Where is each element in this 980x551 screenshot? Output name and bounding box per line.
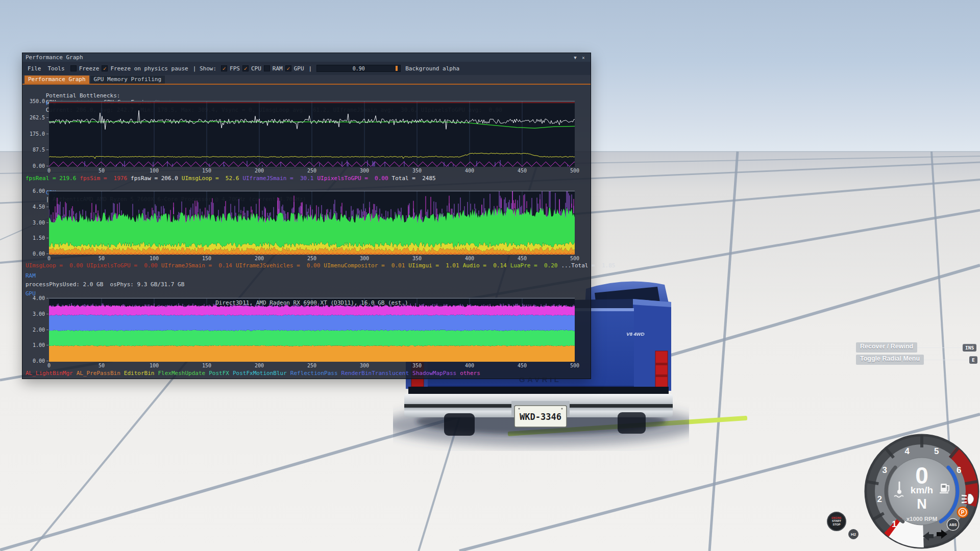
y-tick-label: 87.5: [22, 147, 45, 153]
cpu-chart: 6.004.503.001.500.0005010015020025030035…: [22, 191, 591, 262]
x-tick-label: 50: [95, 363, 108, 368]
cpu-legend: UImsgLoop = 0.00UIpixelsToGPU = 0.00UIfr…: [26, 262, 615, 269]
rpm-number: 1: [892, 519, 896, 529]
checkbox-freeze-on-physics-pause[interactable]: ✓: [102, 65, 108, 71]
legend-item: UIpixelsToGPU = 0.00: [317, 175, 388, 182]
y-tick-label: 262.5: [22, 115, 45, 120]
legend-item: PostFX: [209, 370, 229, 377]
x-tick-label: 400: [463, 256, 476, 261]
legend-item: EditorBin: [124, 370, 155, 377]
menu-file[interactable]: File: [27, 65, 42, 72]
checkbox-label: RAM: [273, 65, 283, 72]
ram-label: RAM: [26, 272, 36, 279]
window-titlebar[interactable]: Performance Graph ▼ ✕: [22, 53, 591, 62]
tachometer: 123456 0 km/h N x1000 RPM P ABS: [861, 431, 980, 551]
alpha-label: Background alpha: [405, 65, 459, 72]
speed-unit: km/h: [911, 485, 933, 495]
rpm-number: 3: [882, 465, 887, 475]
x-tick-label: 500: [568, 256, 581, 261]
legend-item: fpsRaw = 206.0: [131, 175, 178, 182]
x-tick-label: 400: [463, 363, 476, 368]
legend-item: UIframeJSmain = 30.1: [242, 175, 313, 182]
x-tick-label: 150: [200, 256, 213, 261]
x-tick-label: 100: [148, 363, 161, 368]
x-tick-label: 50: [95, 256, 108, 261]
legend-item: AL_PrePassBin: [77, 370, 120, 377]
rpm-number: 5: [934, 446, 939, 456]
gpu-legend: AL_LightBinMgrAL_PrePassBinEditorBinFlex…: [26, 370, 480, 377]
x-tick-label: 500: [568, 168, 581, 173]
freeze-checkgroup: Freeze✓Freeze on physics pause: [70, 65, 188, 72]
x-tick-label: 500: [568, 363, 581, 368]
close-icon[interactable]: ✕: [579, 55, 587, 60]
checkbox-label: Freeze on physics pause: [110, 65, 188, 72]
x-tick-label: 350: [410, 168, 424, 173]
x-tick-label: 150: [200, 363, 213, 368]
x-tick-label: 450: [516, 256, 529, 261]
legend-item: UImsgLoop = 52.6: [182, 175, 239, 182]
legend-item: UImsgLoop = 0.00: [26, 262, 83, 269]
gpu-chart: Direct3D11, AMD Radeon RX 6900 XT (D3D11…: [22, 298, 591, 369]
screen: GAVRIL V8 4WD WKD-3346 Performance Graph…: [0, 0, 980, 551]
x-tick-label: 50: [95, 168, 108, 173]
gear-indicator: N: [917, 496, 927, 512]
legend-item: PostFxMotionBlur: [233, 370, 287, 377]
fps-graph-plot: [49, 101, 575, 167]
checkbox-label: Freeze: [79, 65, 100, 72]
checkbox-ram[interactable]: [264, 65, 270, 71]
legend-item: RenderBinTranslucent: [341, 370, 409, 377]
x-tick-label: 250: [305, 256, 318, 261]
tab-bar: Performance Graph GPU Memory Profiling: [24, 76, 165, 84]
tab-performance-graph[interactable]: Performance Graph: [24, 76, 89, 84]
x-tick-label: 350: [410, 256, 424, 261]
rpm-number: 4: [905, 446, 910, 456]
collapse-icon[interactable]: ▼: [571, 55, 579, 60]
key-badge-e: E: [969, 356, 977, 364]
x-tick-label: 150: [200, 168, 213, 173]
y-tick-label: 0.00: [22, 163, 45, 169]
checkbox-cpu[interactable]: ✓: [242, 65, 249, 71]
tooltip-radial-menu: Toggle Radial Menu: [856, 355, 924, 365]
checkbox-freeze[interactable]: [70, 65, 77, 71]
checkbox-fps[interactable]: ✓: [221, 65, 227, 71]
tab-gpu-memory-profiling[interactable]: GPU Memory Profiling: [90, 76, 165, 84]
y-tick-label: 1.00: [22, 342, 45, 348]
legend-item: FlexMeshUpdate: [158, 370, 205, 377]
tab-underline: [22, 84, 591, 85]
tooltip-recover: Recover / Rewind: [856, 342, 917, 353]
checkbox-gpu[interactable]: ✓: [285, 65, 291, 71]
y-tick-label: 6.00: [22, 188, 45, 194]
x-tick-label: 450: [516, 363, 529, 368]
rpm-label: x1000 RPM: [906, 516, 938, 522]
h2-badge: H2: [848, 529, 859, 539]
y-tick-label: 4.50: [22, 204, 45, 210]
x-tick-label: 300: [358, 256, 371, 261]
show-checkgroup: ✓FPS✓CPURAM✓GPU: [221, 65, 304, 72]
tooltip-connector: [910, 347, 964, 348]
headlight-icon: [962, 494, 974, 504]
menu-tools[interactable]: Tools: [47, 65, 66, 72]
engine-button-line2: START: [832, 519, 841, 523]
x-tick-label: 0: [42, 168, 56, 173]
window-title: Performance Graph: [26, 54, 83, 61]
performance-graph-window[interactable]: Performance Graph ▼ ✕ File Tools Freeze✓…: [22, 53, 591, 379]
key-badge-ins: INS: [963, 344, 976, 352]
x-tick-label: 100: [148, 168, 161, 173]
gpu-graph-plot: [49, 298, 575, 362]
menu-separator: |: [309, 65, 312, 72]
fps-chart: 350.0262.5175.087.50.0005010015020025030…: [22, 101, 591, 174]
legend-item: Total = 2485: [392, 175, 436, 182]
y-tick-label: 175.0: [22, 131, 45, 137]
legend-item: others: [460, 370, 480, 377]
x-tick-label: 250: [305, 363, 318, 368]
engine-start-stop-button: ENGINE START STOP: [827, 512, 846, 531]
x-tick-label: 250: [305, 168, 318, 173]
x-tick-label: 450: [516, 168, 529, 173]
slider-handle[interactable]: [396, 66, 398, 71]
legend-item: ...Total = 1.85: [561, 262, 615, 269]
rpm-number: 2: [877, 494, 882, 504]
y-tick-label: 3.00: [22, 220, 45, 226]
legend-item: ShadowMapPass: [412, 370, 456, 377]
x-tick-label: 100: [148, 256, 161, 261]
background-alpha-slider[interactable]: 0.90: [316, 65, 401, 72]
